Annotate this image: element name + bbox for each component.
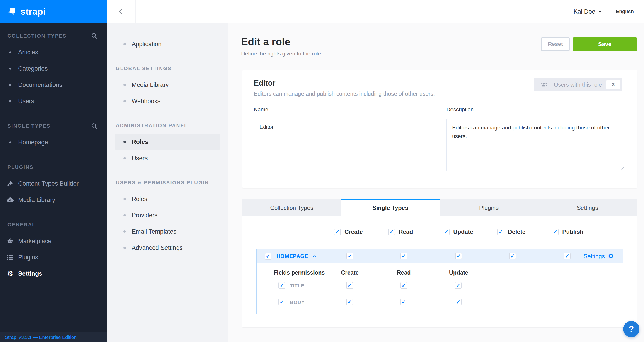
settings-nav-media-library[interactable]: Media Library	[115, 77, 220, 93]
global-action-publish: Publish	[552, 228, 584, 235]
users-with-role-button[interactable]: Users with this role 3	[534, 78, 622, 91]
sidebar-item-media-library[interactable]: Media Library	[0, 192, 107, 208]
bullet-icon	[124, 141, 126, 143]
language-selector[interactable]: English	[616, 8, 634, 14]
reset-button[interactable]: Reset	[541, 37, 570, 51]
settings-sidebar: Application GLOBAL SETTINGS Media Librar…	[107, 23, 228, 342]
global-action-read: Read	[388, 228, 413, 235]
role-name-heading: Editor	[254, 79, 275, 87]
sidebar-item-homepage[interactable]: Homepage	[0, 134, 107, 151]
sidebar-item-documentations[interactable]: Documentations	[0, 77, 107, 93]
bullet-icon	[124, 100, 126, 102]
tab-single-types[interactable]: Single Types	[341, 198, 440, 216]
users-with-role-label: Users with this role	[554, 81, 602, 88]
global-action-update: Update	[443, 228, 473, 235]
settings-nav-application[interactable]: Application	[115, 36, 220, 52]
bullet-icon	[124, 157, 126, 159]
sidebar-item-settings[interactable]: ⚙ Settings	[0, 266, 107, 282]
delete-checkbox[interactable]	[498, 229, 504, 235]
permissions-tabs: Collection Types Single Types Plugins Se…	[242, 198, 637, 216]
role-description-input[interactable]: Editors can manage and publish contents …	[446, 119, 626, 171]
bullet-icon	[124, 43, 126, 45]
settings-nav-heading-global: GLOBAL SETTINGS	[107, 60, 228, 77]
role-details-card: Editor Editors can manage and publish co…	[242, 70, 637, 188]
permissions-card: Collection Types Single Types Plugins Se…	[242, 198, 637, 327]
title-update-checkbox[interactable]	[455, 282, 462, 289]
main-sidebar: strapi COLLECTION TYPES Articles Categor…	[0, 0, 107, 342]
homepage-checkbox[interactable]	[265, 253, 272, 260]
tab-settings[interactable]: Settings	[538, 198, 637, 216]
settings-nav-providers[interactable]: Providers	[115, 207, 220, 223]
section-title: COLLECTION TYPES	[8, 33, 66, 39]
homepage-create-checkbox[interactable]	[346, 253, 353, 259]
sidebar-item-plugins[interactable]: Plugins	[0, 249, 107, 266]
homepage-delete-checkbox[interactable]	[509, 253, 516, 259]
back-button[interactable]	[107, 0, 136, 23]
help-button[interactable]: ?	[623, 321, 640, 337]
homepage-permission-panel: HOMEPAGE Settings ⚙	[256, 249, 623, 314]
title-field-checkbox[interactable]	[278, 282, 285, 289]
column-header-update: Update	[449, 269, 468, 276]
section-title: GENERAL	[8, 222, 36, 228]
homepage-update-checkbox[interactable]	[455, 253, 462, 259]
topbar: Kai Doe ▾ English	[107, 0, 644, 23]
settings-nav-advanced-settings[interactable]: Advanced Settings	[115, 240, 220, 256]
caret-down-icon: ▾	[599, 9, 601, 14]
body-update-checkbox[interactable]	[455, 299, 462, 305]
homepage-settings-link[interactable]: Settings ⚙	[584, 249, 614, 263]
cloud-upload-icon	[6, 196, 14, 204]
tab-collection-types[interactable]: Collection Types	[242, 198, 341, 216]
bullet-icon	[124, 84, 126, 86]
resize-handle-icon[interactable]	[621, 167, 624, 170]
strapi-admin-app: strapi COLLECTION TYPES Articles Categor…	[0, 0, 644, 342]
brand-name: strapi	[20, 6, 46, 17]
settings-nav-up-roles[interactable]: Roles	[115, 191, 220, 207]
settings-nav-email-templates[interactable]: Email Templates	[115, 223, 220, 240]
save-button[interactable]: Save	[573, 37, 637, 51]
tab-plugins[interactable]: Plugins	[440, 198, 538, 216]
settings-nav-users[interactable]: Users	[115, 150, 220, 166]
bullet-icon	[9, 142, 11, 144]
users-count-badge: 3	[606, 80, 620, 89]
sidebar-item-users[interactable]: Users	[0, 93, 107, 109]
update-checkbox[interactable]	[443, 229, 450, 235]
search-icon[interactable]	[91, 123, 98, 130]
homepage-publish-checkbox[interactable]	[564, 253, 570, 259]
sidebar-item-categories[interactable]: Categories	[0, 60, 107, 77]
sidebar-section-plugins: PLUGINS Content-Types Builder Media Libr…	[0, 162, 107, 208]
body-field-checkbox[interactable]	[278, 299, 285, 305]
paint-brush-icon	[6, 180, 14, 187]
user-menu[interactable]: Kai Doe ▾	[574, 8, 601, 15]
bullet-icon	[124, 230, 126, 233]
settings-nav-heading-admin-panel: ADMINISTRATION PANEL	[107, 118, 228, 134]
body-read-checkbox[interactable]	[400, 299, 407, 305]
search-icon[interactable]	[91, 33, 98, 39]
chevron-left-icon	[117, 8, 125, 15]
body-create-checkbox[interactable]	[346, 299, 353, 305]
role-description-text: Editors can manage and publish contents …	[254, 91, 435, 97]
version-link[interactable]: Strapi v3.3.1 — Enterprise Edition	[0, 332, 107, 342]
sidebar-section-single-types: SINGLE TYPES Homepage	[0, 121, 107, 151]
global-action-create: Create	[334, 228, 363, 235]
gear-icon: ⚙	[608, 253, 614, 259]
chevron-up-icon[interactable]	[312, 254, 317, 259]
homepage-row[interactable]: HOMEPAGE Settings ⚙	[257, 249, 623, 263]
sidebar-item-marketplace[interactable]: Marketplace	[0, 233, 107, 249]
settings-nav-roles[interactable]: Roles	[115, 134, 220, 150]
read-checkbox[interactable]	[388, 229, 395, 235]
publish-checkbox[interactable]	[552, 229, 558, 235]
title-read-checkbox[interactable]	[400, 282, 407, 289]
sidebar-item-articles[interactable]: Articles	[0, 44, 107, 60]
sidebar-nav: COLLECTION TYPES Articles Categories Doc…	[0, 23, 107, 282]
settings-nav-webhooks[interactable]: Webhooks	[115, 93, 220, 109]
bullet-icon	[124, 247, 126, 249]
strapi-logo[interactable]: strapi	[0, 0, 107, 23]
page-title: Edit a role	[241, 36, 321, 47]
sidebar-item-content-types-builder[interactable]: Content-Types Builder	[0, 175, 107, 192]
title-create-checkbox[interactable]	[346, 282, 353, 289]
role-name-input[interactable]	[254, 120, 433, 135]
sidebar-section-collection-types: COLLECTION TYPES Articles Categories Doc…	[0, 31, 107, 109]
create-checkbox[interactable]	[334, 229, 341, 235]
homepage-read-checkbox[interactable]	[400, 253, 407, 259]
name-label: Name	[254, 106, 433, 113]
